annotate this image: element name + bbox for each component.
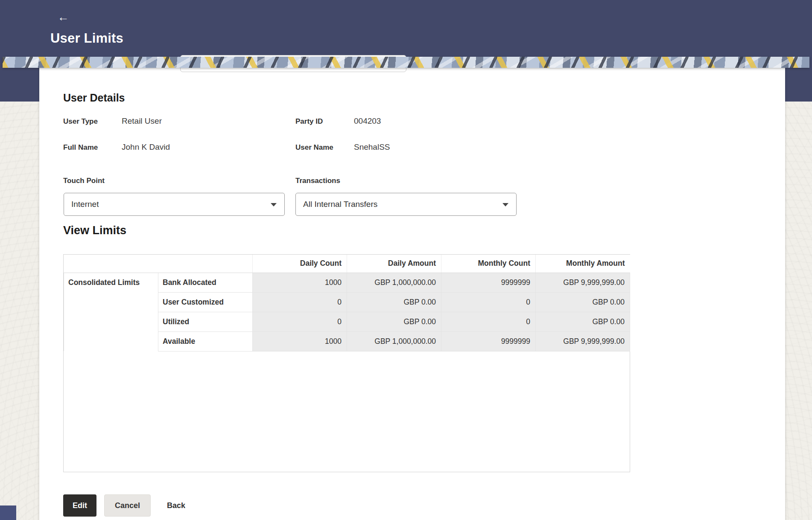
decorative-banner xyxy=(3,57,809,68)
user-details-heading: User Details xyxy=(63,92,125,104)
cell-daily-count: 1000 xyxy=(253,331,347,351)
back-button[interactable]: Back xyxy=(163,494,190,517)
row-label: Utilized xyxy=(158,312,253,331)
limits-table-container: Daily Count Daily Amount Monthly Count M… xyxy=(63,254,630,472)
cell-monthly-amount: GBP 9,999,999.00 xyxy=(536,273,630,292)
party-id-value: 004203 xyxy=(354,116,381,126)
user-type-value: Retail User xyxy=(122,116,162,126)
view-limits-heading: View Limits xyxy=(63,224,126,237)
touch-point-select[interactable]: Internet xyxy=(64,193,285,216)
cell-daily-amount: GBP 1,000,000.00 xyxy=(347,331,441,351)
cell-monthly-amount: GBP 9,999,999.00 xyxy=(536,331,630,351)
full-name-value: John K David xyxy=(122,142,170,152)
transactions-select[interactable]: All Internal Transfers xyxy=(295,193,517,216)
touch-point-selected-value: Internet xyxy=(64,200,99,209)
edit-button[interactable]: Edit xyxy=(63,494,96,517)
group-label-cell: Consolidated Limits xyxy=(64,273,158,351)
cell-monthly-count: 9999999 xyxy=(441,331,536,351)
cell-daily-amount: GBP 1,000,000.00 xyxy=(347,273,441,292)
content-card: User Details User Type Retail User Party… xyxy=(39,67,785,520)
cancel-button[interactable]: Cancel xyxy=(104,494,151,517)
cell-daily-count: 0 xyxy=(253,312,347,331)
header-daily-amount: Daily Amount xyxy=(347,255,441,273)
cell-monthly-count: 9999999 xyxy=(441,273,536,292)
header-daily-count: Daily Count xyxy=(253,255,347,273)
cell-daily-amount: GBP 0.00 xyxy=(347,292,441,312)
cell-monthly-amount: GBP 0.00 xyxy=(536,312,630,331)
chevron-down-icon xyxy=(502,203,508,206)
header-monthly-amount: Monthly Amount xyxy=(536,255,630,273)
row-label: Available xyxy=(158,331,253,351)
table-header-row: Daily Count Daily Amount Monthly Count M… xyxy=(64,255,630,273)
transactions-label: Transactions xyxy=(295,177,340,185)
back-arrow-icon[interactable]: ← xyxy=(55,9,71,25)
table-row: Consolidated Limits Bank Allocated 1000 … xyxy=(64,273,630,292)
corner-widget[interactable] xyxy=(0,505,16,520)
row-label: Bank Allocated xyxy=(158,273,253,292)
user-type-label: User Type xyxy=(63,117,98,126)
chevron-down-icon xyxy=(271,203,277,206)
row-label: User Customized xyxy=(158,292,253,312)
full-name-label: Full Name xyxy=(63,143,98,152)
user-name-label: User Name xyxy=(295,143,333,152)
page-title: User Limits xyxy=(50,31,123,46)
cell-monthly-amount: GBP 0.00 xyxy=(536,292,630,312)
touch-point-label: Touch Point xyxy=(63,177,105,185)
action-bar: Edit Cancel Back xyxy=(63,494,190,517)
header-monthly-count: Monthly Count xyxy=(441,255,536,273)
cell-daily-count: 0 xyxy=(253,292,347,312)
party-id-label: Party ID xyxy=(295,117,323,126)
cell-monthly-count: 0 xyxy=(441,312,536,331)
cell-daily-count: 1000 xyxy=(253,273,347,292)
user-name-value: SnehalSS xyxy=(354,142,390,152)
header-blank-cell xyxy=(64,255,253,273)
cell-daily-amount: GBP 0.00 xyxy=(347,312,441,331)
transactions-selected-value: All Internal Transfers xyxy=(296,200,377,209)
limits-table: Daily Count Daily Amount Monthly Count M… xyxy=(64,255,630,352)
cell-monthly-count: 0 xyxy=(441,292,536,312)
